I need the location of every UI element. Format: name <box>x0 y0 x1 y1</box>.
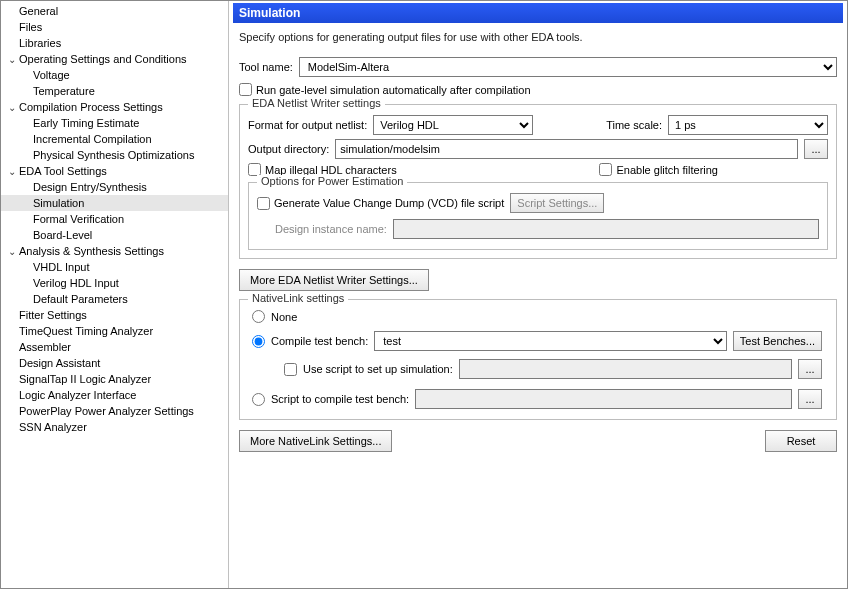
power-estimation-title: Options for Power Estimation <box>257 175 407 187</box>
tree-item-general[interactable]: General <box>1 3 228 19</box>
eda-netlist-writer-title: EDA Netlist Writer settings <box>248 97 385 109</box>
run-gate-level-checkbox[interactable]: Run gate-level simulation automatically … <box>233 81 843 98</box>
tree-item-fitter-settings[interactable]: Fitter Settings <box>1 307 228 323</box>
tree-item-early-timing-estimate[interactable]: Early Timing Estimate <box>1 115 228 131</box>
tree-item-label: Temperature <box>33 85 95 97</box>
enable-glitch-label: Enable glitch filtering <box>616 164 718 176</box>
compile-test-bench-select[interactable]: test <box>374 331 727 351</box>
settings-main-panel: Simulation Specify options for generatin… <box>229 1 847 588</box>
tree-item-label: Design Entry/Synthesis <box>33 181 147 193</box>
script-compile-tb-browse-button[interactable]: ... <box>798 389 822 409</box>
tree-item-label: SignalTap II Logic Analyzer <box>19 373 151 385</box>
tree-item-label: Assembler <box>19 341 71 353</box>
tree-item-label: Voltage <box>33 69 70 81</box>
tool-name-label: Tool name: <box>239 61 293 73</box>
tree-item-analysis-synthesis-settings[interactable]: ⌄Analysis & Synthesis Settings <box>1 243 228 259</box>
nativelink-title: NativeLink settings <box>248 292 348 304</box>
tree-item-label: Compilation Process Settings <box>19 101 163 113</box>
tree-item-ssn-analyzer[interactable]: SSN Analyzer <box>1 419 228 435</box>
expand-icon[interactable]: ⌄ <box>5 102 19 113</box>
tree-item-label: Physical Synthesis Optimizations <box>33 149 194 161</box>
tree-item-powerplay-power-analyzer-settings[interactable]: PowerPlay Power Analyzer Settings <box>1 403 228 419</box>
panel-description: Specify options for generating output fi… <box>233 23 843 53</box>
design-instance-label: Design instance name: <box>257 223 387 235</box>
tree-item-label: Incremental Compilation <box>33 133 152 145</box>
output-dir-browse-button[interactable]: ... <box>804 139 828 159</box>
nativelink-none-label: None <box>271 311 297 323</box>
tool-name-select[interactable]: ModelSim-Altera <box>299 57 837 77</box>
map-illegal-label: Map illegal HDL characters <box>265 164 397 176</box>
tree-item-label: Operating Settings and Conditions <box>19 53 187 65</box>
use-script-label: Use script to set up simulation: <box>303 363 453 375</box>
tree-item-signaltap-ii-logic-analyzer[interactable]: SignalTap II Logic Analyzer <box>1 371 228 387</box>
power-estimation-group: Options for Power Estimation Generate Va… <box>248 182 828 250</box>
tree-item-default-parameters[interactable]: Default Parameters <box>1 291 228 307</box>
output-dir-input[interactable] <box>335 139 798 159</box>
tree-item-files[interactable]: Files <box>1 19 228 35</box>
compile-test-bench-label: Compile test bench: <box>271 335 368 347</box>
tree-item-label: Simulation <box>33 197 84 209</box>
use-script-browse-button[interactable]: ... <box>798 359 822 379</box>
tree-item-label: General <box>19 5 58 17</box>
output-dir-label: Output directory: <box>248 143 329 155</box>
tree-item-physical-synthesis-optimizations[interactable]: Physical Synthesis Optimizations <box>1 147 228 163</box>
tree-item-vhdl-input[interactable]: VHDL Input <box>1 259 228 275</box>
tree-item-label: VHDL Input <box>33 261 89 273</box>
generate-vcd-input[interactable] <box>257 197 270 210</box>
tree-item-compilation-process-settings[interactable]: ⌄Compilation Process Settings <box>1 99 228 115</box>
tree-item-label: PowerPlay Power Analyzer Settings <box>19 405 194 417</box>
script-compile-tb-label: Script to compile test bench: <box>271 393 409 405</box>
more-nativelink-settings-button[interactable]: More NativeLink Settings... <box>239 430 392 452</box>
tree-item-logic-analyzer-interface[interactable]: Logic Analyzer Interface <box>1 387 228 403</box>
expand-icon[interactable]: ⌄ <box>5 54 19 65</box>
script-compile-tb-input[interactable] <box>252 393 265 406</box>
tree-item-libraries[interactable]: Libraries <box>1 35 228 51</box>
nativelink-group: NativeLink settings None Compile test be… <box>239 299 837 420</box>
more-eda-netlist-settings-button[interactable]: More EDA Netlist Writer Settings... <box>239 269 429 291</box>
format-netlist-label: Format for output netlist: <box>248 119 367 131</box>
panel-title: Simulation <box>233 3 843 23</box>
nativelink-none-input[interactable] <box>252 310 265 323</box>
tree-item-timequest-timing-analyzer[interactable]: TimeQuest Timing Analyzer <box>1 323 228 339</box>
eda-netlist-writer-group: EDA Netlist Writer settings Format for o… <box>239 104 837 259</box>
generate-vcd-label: Generate Value Change Dump (VCD) file sc… <box>274 197 504 209</box>
tree-item-design-entry-synthesis[interactable]: Design Entry/Synthesis <box>1 179 228 195</box>
tree-item-label: Early Timing Estimate <box>33 117 139 129</box>
timescale-select[interactable]: 1 ps <box>668 115 828 135</box>
tree-item-simulation[interactable]: Simulation <box>1 195 228 211</box>
format-netlist-select[interactable]: Verilog HDL <box>373 115 533 135</box>
tree-item-operating-settings-and-conditions[interactable]: ⌄Operating Settings and Conditions <box>1 51 228 67</box>
tree-item-label: Formal Verification <box>33 213 124 225</box>
tree-item-formal-verification[interactable]: Formal Verification <box>1 211 228 227</box>
enable-glitch-input[interactable] <box>599 163 612 176</box>
test-benches-button[interactable]: Test Benches... <box>733 331 822 351</box>
tree-item-label: Logic Analyzer Interface <box>19 389 136 401</box>
tree-item-label: Verilog HDL Input <box>33 277 119 289</box>
use-script-input[interactable] <box>284 363 297 376</box>
tree-item-label: Files <box>19 21 42 33</box>
tree-item-assembler[interactable]: Assembler <box>1 339 228 355</box>
tree-item-temperature[interactable]: Temperature <box>1 83 228 99</box>
nativelink-none-radio[interactable]: None <box>248 308 828 325</box>
expand-icon[interactable]: ⌄ <box>5 246 19 257</box>
generate-vcd-checkbox[interactable]: Generate Value Change Dump (VCD) file sc… <box>257 197 504 210</box>
tree-item-label: Board-Level <box>33 229 92 241</box>
design-instance-input <box>393 219 819 239</box>
tree-item-design-assistant[interactable]: Design Assistant <box>1 355 228 371</box>
tree-item-incremental-compilation[interactable]: Incremental Compilation <box>1 131 228 147</box>
tree-item-voltage[interactable]: Voltage <box>1 67 228 83</box>
tree-item-board-level[interactable]: Board-Level <box>1 227 228 243</box>
compile-test-bench-input[interactable] <box>252 335 265 348</box>
expand-icon[interactable]: ⌄ <box>5 166 19 177</box>
enable-glitch-checkbox[interactable]: Enable glitch filtering <box>599 163 718 176</box>
run-gate-level-input[interactable] <box>239 83 252 96</box>
reset-button[interactable]: Reset <box>765 430 837 452</box>
tree-item-label: Analysis & Synthesis Settings <box>19 245 164 257</box>
tree-item-eda-tool-settings[interactable]: ⌄EDA Tool Settings <box>1 163 228 179</box>
settings-category-tree[interactable]: GeneralFilesLibraries⌄Operating Settings… <box>1 1 229 588</box>
tree-item-label: SSN Analyzer <box>19 421 87 433</box>
script-settings-button[interactable]: Script Settings... <box>510 193 604 213</box>
tree-item-verilog-hdl-input[interactable]: Verilog HDL Input <box>1 275 228 291</box>
run-gate-level-label: Run gate-level simulation automatically … <box>256 84 531 96</box>
tree-item-label: TimeQuest Timing Analyzer <box>19 325 153 337</box>
